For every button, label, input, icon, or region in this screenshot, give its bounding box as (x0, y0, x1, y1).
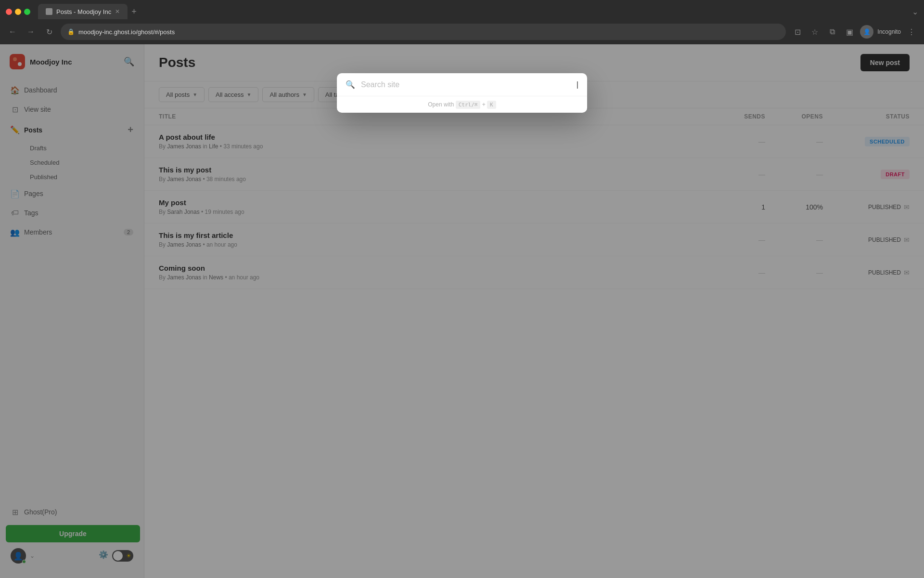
browser-toolbar: ← → ↻ 🔒 moodjoy-inc.ghost.io/ghost/#/pos… (0, 19, 924, 44)
security-icon: 🔒 (67, 28, 75, 35)
reload-button[interactable]: ↻ (42, 25, 56, 39)
menu-icon[interactable]: ⋮ (905, 25, 918, 39)
search-input[interactable] (361, 80, 571, 89)
browser-chrome: Posts - Moodjoy Inc ✕ + ⌄ ← → ↻ 🔒 moodjo… (0, 0, 924, 44)
active-tab[interactable]: Posts - Moodjoy Inc ✕ (38, 4, 128, 19)
search-hint: Open with Ctrl/⌘ + K (337, 96, 587, 113)
search-modal-icon: 🔍 (346, 80, 355, 89)
search-modal: 🔍 | Open with Ctrl/⌘ + K (337, 73, 587, 113)
cast-icon[interactable]: ⊡ (791, 25, 804, 39)
search-cursor: | (577, 80, 578, 89)
profile-button[interactable]: 👤 (860, 25, 873, 39)
address-bar[interactable]: 🔒 moodjoy-inc.ghost.io/ghost/#/posts (61, 24, 786, 40)
tab-close-icon[interactable]: ✕ (115, 8, 120, 15)
browser-tabs: Posts - Moodjoy Inc ✕ + ⌄ (0, 0, 924, 19)
back-button[interactable]: ← (6, 25, 19, 39)
forward-button[interactable]: → (24, 25, 38, 39)
search-input-area: 🔍 | (337, 73, 587, 96)
close-dot[interactable] (6, 9, 12, 15)
toolbar-actions: ⊡ ☆ ⧉ ▣ 👤 Incognito ⋮ (791, 25, 918, 39)
tab-list-icon[interactable]: ⌄ (912, 7, 918, 16)
extension-icon[interactable]: ⧉ (825, 25, 839, 39)
tab-title: Posts - Moodjoy Inc (56, 8, 111, 15)
sidebar-icon[interactable]: ▣ (843, 25, 856, 39)
new-tab-icon[interactable]: + (131, 7, 137, 17)
minimize-dot[interactable] (15, 9, 21, 15)
tab-controls (6, 9, 30, 15)
bookmark-icon[interactable]: ☆ (808, 25, 821, 39)
overlay[interactable]: 🔍 | Open with Ctrl/⌘ + K (0, 44, 924, 578)
maximize-dot[interactable] (24, 9, 30, 15)
incognito-label: Incognito (877, 28, 901, 35)
address-text: moodjoy-inc.ghost.io/ghost/#/posts (78, 28, 175, 36)
tab-favicon (46, 8, 52, 15)
